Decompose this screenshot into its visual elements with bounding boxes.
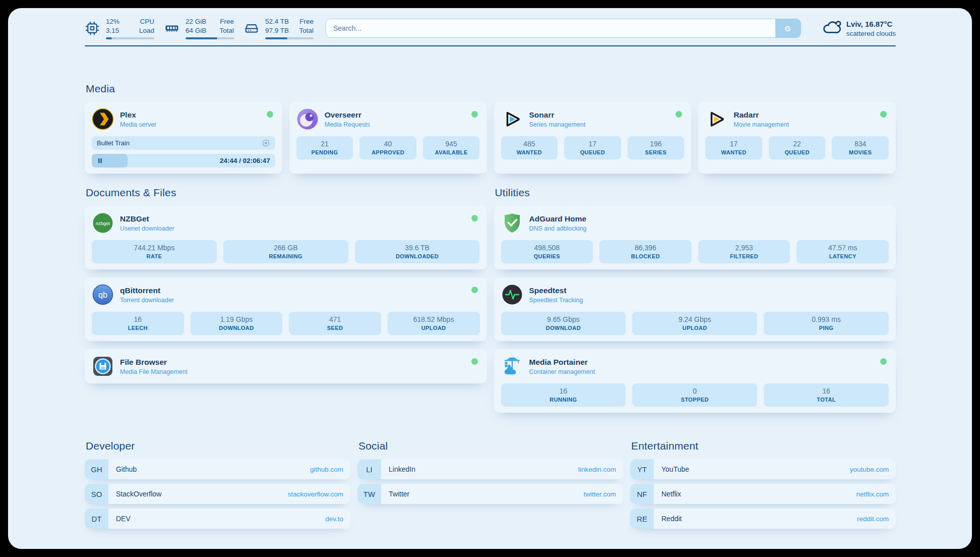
card-speedtest[interactable]: SpeedtestSpeedtest Tracking9.65 GbpsDOWN… — [494, 277, 896, 341]
stat-box-label: SERIES — [631, 149, 682, 155]
speedtest-icon — [501, 284, 523, 306]
documents-cards: nzbgetNZBGetUsenet downloader744.21 Mbps… — [85, 206, 487, 383]
stat-box-value: 2,953 — [701, 244, 787, 252]
card-qbittorrent[interactable]: qbqBittorrentTorrent downloader16LEECH1.… — [85, 277, 487, 341]
stat-box-queued: 17QUEUED — [564, 136, 621, 159]
stat-label: Total — [219, 26, 234, 35]
stat-box-label: BLOCKED — [602, 253, 689, 259]
card-media-portainer[interactable]: Media PortainerContainer management16RUN… — [494, 349, 896, 413]
link-abbr: SO — [85, 484, 108, 504]
link-name: Twitter — [389, 490, 409, 498]
card-sonarr[interactable]: SonarrSeries management485WANTED17QUEUED… — [494, 102, 692, 174]
link-abbr: GH — [85, 459, 108, 479]
card-file-browser[interactable]: File BrowserMedia File Management — [85, 349, 487, 383]
stat-box-label: DOWNLOADED — [358, 253, 477, 259]
card-adguard-home[interactable]: AdGuard HomeDNS and adblocking498,508QUE… — [494, 206, 896, 269]
section-title-social: Social — [358, 440, 623, 452]
link-dev[interactable]: DTDEVdev.to — [85, 509, 350, 529]
link-group-social: SocialLILinkedInlinkedin.comTWTwittertwi… — [357, 440, 623, 504]
card-title: NZBGet — [120, 214, 174, 224]
stat-box-value: 0.993 ms — [767, 315, 886, 323]
section-title-developer: Developer — [86, 440, 350, 452]
section-documents: Documents & Files nzbgetNZBGetUsenet dow… — [85, 187, 487, 413]
card-title: AdGuard Home — [529, 214, 587, 224]
stat-box-value: 47.57 ms — [800, 244, 886, 252]
stat-box-series: 196SERIES — [628, 136, 685, 159]
search-bar: G — [326, 19, 801, 38]
app-frame: 12%3.15CPULoad22 GiB64 GiBFreeTotal52.4 … — [0, 0, 980, 557]
overseerr-icon — [296, 108, 319, 130]
nzbget-icon: nzbget — [92, 212, 114, 234]
section-title-utilities: Utilities — [495, 187, 896, 199]
card-title: Radarr — [733, 110, 789, 120]
stat-values: 22 GiB64 GiB — [186, 17, 206, 35]
link-name: Netflix — [661, 490, 681, 498]
status-dot — [676, 111, 682, 118]
card-overseerr[interactable]: OverseerrMedia Requests21PENDING40APPROV… — [289, 102, 487, 174]
status-dot — [880, 358, 887, 365]
stat-value: 52.4 TB — [265, 17, 289, 26]
link-twitter[interactable]: TWTwittertwitter.com — [357, 484, 623, 504]
stat-values: 12%3.15 — [106, 17, 119, 35]
stat-box-blocked: 86,396BLOCKED — [599, 240, 692, 263]
now-playing-icon[interactable] — [262, 139, 270, 147]
stat-box-movies: 834MOVIES — [832, 136, 889, 159]
search-input[interactable] — [326, 19, 775, 37]
stat-box-value: 744.21 Mbps — [95, 244, 214, 252]
link-youtube[interactable]: YTYouTubeyoutube.com — [630, 459, 896, 479]
stat-label: CPU — [139, 17, 154, 26]
stat-box-available: 945AVAILABLE — [423, 136, 480, 159]
sonarr-icon — [501, 108, 523, 130]
stat-value: 12% — [106, 17, 119, 26]
stat-box-running: 16RUNNING — [501, 383, 626, 407]
stat-box-value: 266 GB — [226, 244, 345, 252]
stat-box-downloaded: 39.6 TBDOWNLOADED — [355, 240, 480, 263]
stat-box-approved: 40APPROVED — [359, 136, 416, 159]
card-title: File Browser — [120, 357, 188, 367]
link-reddit[interactable]: RERedditreddit.com — [630, 509, 896, 529]
section-utilities: Utilities AdGuard HomeDNS and adblocking… — [494, 187, 896, 413]
stat-box-value: 16 — [95, 315, 181, 323]
stat-value: 97.9 TB — [265, 26, 289, 35]
card-plex[interactable]: PlexMedia serverBullet Train24:44 / 02:0… — [85, 102, 282, 174]
link-name: DEV — [116, 515, 131, 523]
stat-box-queries: 498,508QUERIES — [501, 240, 593, 263]
card-nzbget[interactable]: nzbgetNZBGetUsenet downloader744.21 Mbps… — [85, 206, 487, 269]
card-subtitle: DNS and adblocking — [529, 225, 587, 232]
stat-box-label: UPLOAD — [391, 325, 477, 331]
now-playing: Bullet Train24:44 / 02:06:47 — [92, 136, 275, 168]
stat-box-value: 618.52 Mbps — [391, 315, 477, 323]
track-title: Bullet Train — [97, 139, 130, 147]
link-linkedin[interactable]: LILinkedInlinkedin.com — [357, 459, 623, 479]
link-url: youtube.com — [850, 466, 889, 473]
stat-value: 3.15 — [106, 26, 119, 35]
stat-values: 52.4 TB97.9 TB — [265, 17, 289, 35]
card-radarr[interactable]: RadarrMovie management17WANTED22QUEUED83… — [698, 102, 896, 174]
stat-labels: FreeTotal — [219, 17, 234, 35]
stat-box-upload: 618.52 MbpsUPLOAD — [388, 312, 480, 335]
disk-icon — [244, 21, 259, 36]
stat-box-label: WANTED — [504, 149, 555, 155]
media-cards: PlexMedia serverBullet Train24:44 / 02:0… — [85, 102, 896, 174]
link-url: stackoverflow.com — [288, 490, 343, 498]
stat-box-value: 9.65 Gbps — [504, 315, 623, 323]
card-subtitle: Media Requests — [325, 121, 370, 128]
link-stackoverflow[interactable]: SOStackOverflowstackoverflow.com — [85, 484, 350, 504]
stat-label: Free — [219, 17, 234, 26]
stat-box-label: REMAINING — [226, 253, 345, 259]
stat-box-label: PENDING — [299, 149, 350, 155]
search-provider-button[interactable]: G — [775, 19, 801, 37]
stat-progressbar — [106, 37, 154, 39]
link-abbr: RE — [630, 509, 654, 529]
stat-box-label: RATE — [95, 253, 214, 259]
stat-box-value: 86,396 — [602, 244, 689, 252]
system-stat-disk: 52.4 TB97.9 TBFreeTotal — [244, 17, 314, 39]
link-github[interactable]: GHGithubgithub.com — [85, 459, 350, 479]
stat-label: Load — [139, 26, 154, 35]
qbittorrent-icon: qb — [92, 284, 114, 306]
link-netflix[interactable]: NFNetflixnetflix.com — [630, 484, 896, 504]
status-dot — [880, 111, 887, 118]
dashboard-page: 12%3.15CPULoad22 GiB64 GiBFreeTotal52.4 … — [8, 8, 972, 549]
section-title-documents: Documents & Files — [86, 187, 487, 199]
pause-icon — [96, 157, 104, 164]
